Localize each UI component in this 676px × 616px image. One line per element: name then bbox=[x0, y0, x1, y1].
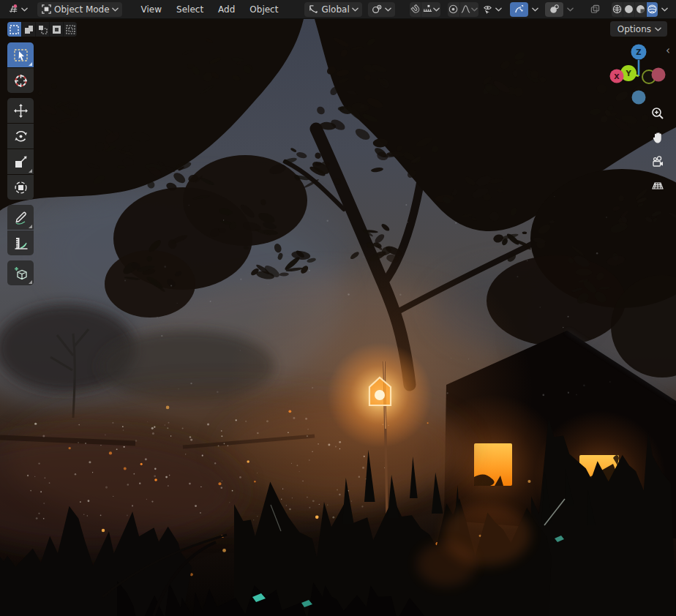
show-overlays-icon bbox=[549, 4, 560, 15]
select-mode-group bbox=[7, 22, 77, 37]
material-preview-shading-icon bbox=[635, 4, 646, 15]
add-cube-tool-icon bbox=[13, 266, 29, 281]
select-mode-subtract-button[interactable] bbox=[35, 22, 49, 37]
proportional-edit-group bbox=[448, 2, 478, 17]
mode-selector-label: Object Mode bbox=[54, 4, 110, 15]
menu-view[interactable]: View bbox=[134, 2, 169, 17]
snap-magnet-icon bbox=[410, 4, 421, 15]
cursor-tool-icon bbox=[13, 73, 29, 89]
toolbar bbox=[7, 42, 34, 285]
gizmo-neg-x-axis[interactable] bbox=[652, 68, 666, 82]
viewport-nav-buttons bbox=[648, 104, 667, 195]
select-mode-invert-button[interactable] bbox=[49, 22, 63, 37]
options-label: Options bbox=[617, 24, 651, 34]
orientation-axis-icon bbox=[308, 4, 319, 15]
transform-tool[interactable] bbox=[7, 175, 34, 200]
move-tool-icon bbox=[13, 103, 29, 119]
select-extend-icon bbox=[24, 25, 34, 34]
snap-target-dropdown[interactable] bbox=[421, 2, 440, 17]
cursor-tool[interactable] bbox=[7, 68, 34, 93]
select-mode-intersect-button[interactable] bbox=[63, 22, 77, 37]
zoom-button[interactable] bbox=[648, 104, 667, 123]
falloff-curve-icon bbox=[460, 4, 471, 15]
grid-ortho-icon bbox=[651, 179, 664, 192]
shading-dropdown[interactable] bbox=[658, 2, 672, 17]
select-box-tool[interactable] bbox=[7, 42, 34, 67]
overlays-dropdown[interactable] bbox=[563, 2, 577, 17]
select-mode-extend-button[interactable] bbox=[21, 22, 35, 37]
zoom-icon bbox=[651, 107, 664, 120]
camera-view-icon bbox=[651, 155, 664, 168]
shading-rendered-button[interactable] bbox=[646, 2, 658, 17]
show-gizmos-toggle[interactable] bbox=[510, 2, 528, 17]
toggle-xray-button[interactable] bbox=[586, 2, 604, 17]
select-intersect-icon bbox=[66, 25, 75, 34]
show-overlays-toggle[interactable] bbox=[545, 2, 563, 17]
camera-view-button[interactable] bbox=[648, 152, 667, 171]
transform-orientation-dropdown[interactable]: Global bbox=[304, 2, 361, 17]
proportional-editing-icon bbox=[448, 4, 459, 15]
shading-solid-button[interactable] bbox=[623, 2, 634, 17]
transform-tool-icon bbox=[13, 180, 29, 195]
gizmo-x-label: X bbox=[614, 72, 620, 80]
annotate-tool[interactable] bbox=[7, 205, 34, 230]
rotate-tool-icon bbox=[13, 129, 29, 144]
solid-shading-icon bbox=[623, 4, 634, 15]
snap-increment-icon bbox=[422, 4, 433, 15]
select-subtract-icon bbox=[38, 25, 48, 34]
menu-select[interactable]: Select bbox=[169, 2, 211, 17]
snap-group bbox=[410, 2, 440, 17]
editor-type-button[interactable] bbox=[4, 2, 31, 17]
snap-toggle-button[interactable] bbox=[410, 2, 421, 17]
measure-tool-icon bbox=[13, 236, 29, 251]
scale-tool-icon bbox=[13, 154, 29, 170]
shading-material-button[interactable] bbox=[634, 2, 646, 17]
pan-button[interactable] bbox=[648, 128, 667, 147]
wireframe-shading-icon bbox=[612, 4, 623, 15]
select-mode-set-button[interactable] bbox=[7, 22, 21, 37]
scale-tool[interactable] bbox=[7, 149, 34, 174]
toggle-xray-icon bbox=[590, 4, 601, 15]
move-tool[interactable] bbox=[7, 98, 34, 123]
editor-type-3d-viewport-icon bbox=[8, 4, 19, 15]
gizmo-neg-z-axis[interactable] bbox=[632, 91, 646, 105]
measure-tool[interactable] bbox=[7, 230, 34, 255]
gizmo-z-label: Z bbox=[636, 48, 641, 56]
pivot-point-icon bbox=[372, 4, 383, 15]
select-box-tool-icon bbox=[13, 48, 29, 63]
object-mode-icon bbox=[41, 4, 52, 15]
select-set-icon bbox=[10, 25, 19, 34]
shading-mode-group bbox=[612, 2, 658, 17]
viewport-header: Object Mode View Select Add Object Globa… bbox=[0, 0, 676, 19]
options-dropdown[interactable]: Options bbox=[610, 21, 667, 37]
rotate-tool[interactable] bbox=[7, 124, 34, 149]
transform-orientation-label: Global bbox=[321, 4, 349, 15]
add-cube-tool[interactable] bbox=[7, 260, 34, 285]
proportional-edit-toggle[interactable] bbox=[448, 2, 459, 17]
3d-viewport[interactable]: Options bbox=[0, 19, 676, 616]
object-type-visibility-icon bbox=[482, 4, 493, 15]
pivot-point-dropdown[interactable] bbox=[368, 2, 395, 17]
show-gizmos-icon bbox=[514, 4, 525, 15]
perspective-toggle-button[interactable] bbox=[648, 176, 667, 195]
shading-wireframe-button[interactable] bbox=[612, 2, 623, 17]
sidebar-collapse-arrow[interactable]: ‹ bbox=[666, 45, 670, 56]
object-visibility-dropdown[interactable] bbox=[478, 2, 506, 17]
gizmo-y-label: Y bbox=[625, 70, 631, 78]
menu-object[interactable]: Object bbox=[242, 2, 285, 17]
navigation-gizmo[interactable]: Z Y X bbox=[607, 44, 670, 108]
falloff-curve-dropdown[interactable] bbox=[459, 2, 479, 17]
menu-add[interactable]: Add bbox=[211, 2, 242, 17]
rendered-shading-icon bbox=[647, 4, 658, 15]
gizmos-dropdown[interactable] bbox=[528, 2, 542, 17]
mode-selector-dropdown[interactable]: Object Mode bbox=[37, 2, 122, 17]
pan-hand-icon bbox=[651, 131, 664, 144]
viewport-scene bbox=[0, 19, 676, 616]
blender-app-window: Object Mode View Select Add Object Globa… bbox=[0, 0, 676, 616]
select-invert-icon bbox=[52, 25, 61, 34]
annotate-tool-icon bbox=[13, 210, 29, 225]
